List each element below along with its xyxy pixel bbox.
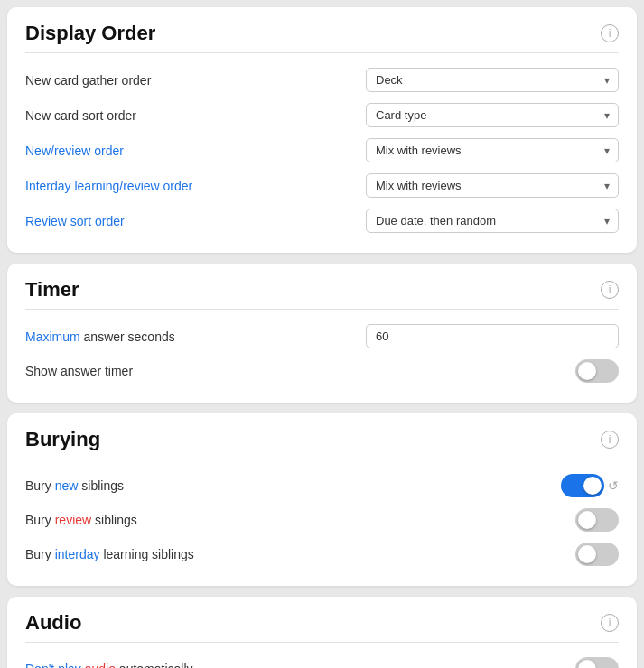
bury-interday-siblings-row: Bury interday learning siblings <box>25 537 619 571</box>
timer-header: Timer i <box>25 278 619 310</box>
bury-new-label-1: Bury <box>25 478 55 493</box>
dont-play-label-2: audio <box>85 662 116 668</box>
new-card-gather-order-select-wrapper: Deck Alphabetical Reverse alphabetical <box>366 68 619 92</box>
bury-new-siblings-label: Bury new siblings <box>25 478 124 493</box>
audio-header: Audio i <box>25 611 619 643</box>
audio-section: Audio i Don't play audio automatically S… <box>7 597 637 668</box>
burying-header: Burying i <box>25 428 619 459</box>
show-answer-timer-row: Show answer timer <box>25 354 619 388</box>
new-card-gather-order-select[interactable]: Deck Alphabetical Reverse alphabetical <box>366 68 619 92</box>
timer-info-icon[interactable]: i <box>601 281 619 299</box>
new-review-order-select-wrapper: Mix with reviews Show after reviews Show… <box>366 138 619 162</box>
bury-interday-label-2: interday <box>55 547 100 561</box>
new-card-sort-order-row: New card sort order Card type Order adde… <box>25 97 619 133</box>
bury-interday-label-1: Bury <box>25 547 55 561</box>
bury-review-label-3: siblings <box>91 513 137 527</box>
interday-learning-review-order-select[interactable]: Mix with reviews Show after reviews Show… <box>366 173 619 198</box>
bury-review-label-2: review <box>55 513 91 527</box>
bury-new-siblings-row: Bury new siblings ↺ <box>25 469 619 503</box>
new-card-sort-order-select-wrapper: Card type Order added Random <box>366 103 619 127</box>
burying-title: Burying <box>25 428 100 451</box>
review-sort-order-row: Review sort order Due date, then random … <box>25 203 619 238</box>
display-order-info-icon[interactable]: i <box>601 24 619 42</box>
new-card-gather-order-row: New card gather order Deck Alphabetical … <box>25 62 619 97</box>
audio-title: Audio <box>25 611 81 635</box>
bury-new-siblings-toggle[interactable] <box>561 474 604 497</box>
audio-info-icon[interactable]: i <box>601 614 619 632</box>
timer-section: Timer i Maximum answer seconds Show answ… <box>7 264 637 403</box>
dont-play-audio-row: Don't play audio automatically <box>25 652 619 668</box>
dont-play-audio-slider <box>575 657 619 668</box>
new-review-order-select[interactable]: Mix with reviews Show after reviews Show… <box>366 138 619 162</box>
new-card-gather-order-label: New card gather order <box>25 73 151 88</box>
bury-new-label-2: new <box>55 478 79 493</box>
review-sort-order-select[interactable]: Due date, then random Due date, then dec… <box>366 209 619 233</box>
burying-section: Burying i Bury new siblings ↺ Bury revie… <box>7 413 637 586</box>
bury-new-label-3: siblings <box>78 478 124 493</box>
maximum-answer-seconds-input[interactable] <box>366 324 619 348</box>
dont-play-audio-toggle[interactable] <box>575 657 619 668</box>
display-order-header: Display Order i <box>25 22 619 53</box>
interday-learning-review-order-row: Interday learning/review order Mix with … <box>25 168 619 203</box>
interday-learning-review-order-label: Interday learning/review order <box>25 179 192 193</box>
dont-play-label-1: Don't play <box>25 662 85 668</box>
bury-review-siblings-label: Bury review siblings <box>25 513 137 527</box>
bury-review-siblings-slider <box>575 508 619 532</box>
maximum-label-blue: Maximum <box>25 329 80 344</box>
dont-play-audio-label: Don't play audio automatically <box>25 662 193 668</box>
bury-interday-siblings-toggle[interactable] <box>575 543 619 566</box>
bury-new-siblings-toggle-container: ↺ <box>561 474 619 497</box>
bury-interday-siblings-label: Bury interday learning siblings <box>25 547 194 561</box>
bury-new-siblings-slider <box>561 474 604 497</box>
review-sort-order-label: Review sort order <box>25 214 125 228</box>
review-sort-order-select-wrapper: Due date, then random Due date, then dec… <box>366 209 619 233</box>
show-answer-timer-slider <box>575 359 619 383</box>
maximum-label-normal: answer seconds <box>84 329 175 344</box>
show-answer-timer-label: Show answer timer <box>25 364 133 378</box>
burying-info-icon[interactable]: i <box>601 431 619 449</box>
bury-review-siblings-toggle[interactable] <box>575 508 619 532</box>
show-answer-timer-toggle[interactable] <box>575 359 619 383</box>
maximum-answer-seconds-label: Maximum answer seconds <box>25 329 175 344</box>
bury-interday-siblings-slider <box>575 543 619 566</box>
new-card-sort-order-select[interactable]: Card type Order added Random <box>366 103 619 127</box>
timer-title: Timer <box>25 278 79 302</box>
display-order-section: Display Order i New card gather order De… <box>7 7 637 253</box>
new-review-order-label: New/review order <box>25 144 124 158</box>
dont-play-label-3: automatically <box>116 662 193 668</box>
new-card-sort-order-label: New card sort order <box>25 108 136 123</box>
bury-new-siblings-refresh-icon[interactable]: ↺ <box>608 478 619 493</box>
maximum-answer-seconds-row: Maximum answer seconds <box>25 319 619 354</box>
new-review-order-row: New/review order Mix with reviews Show a… <box>25 133 619 168</box>
bury-review-label-1: Bury <box>25 513 55 527</box>
bury-interday-label-3: learning siblings <box>100 547 194 561</box>
interday-learning-review-order-select-wrapper: Mix with reviews Show after reviews Show… <box>366 173 619 198</box>
display-order-title: Display Order <box>25 22 155 45</box>
bury-review-siblings-row: Bury review siblings <box>25 503 619 537</box>
